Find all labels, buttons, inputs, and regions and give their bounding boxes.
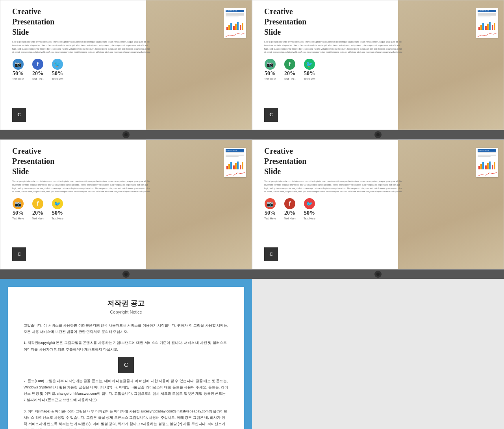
connector-circle-3 bbox=[122, 271, 130, 278]
slide-3-social-twitter: 🐦 50% Text Here bbox=[52, 198, 63, 220]
slide-4-twitter-icon: 🐦 bbox=[304, 198, 315, 209]
slide-3-social-instagram: 📷 50% Text Here bbox=[12, 198, 24, 220]
right-empty-panel bbox=[252, 279, 504, 429]
slide-1-logo: C bbox=[12, 108, 26, 122]
slide-1-twitter-label: Text Here bbox=[52, 78, 63, 80]
copyright-title-kr: 저작권 공고 bbox=[24, 299, 228, 308]
svg-rect-14 bbox=[492, 25, 493, 30]
slide-1-social-twitter: 🐦 50% Text Here bbox=[52, 59, 63, 80]
slide-2-social-instagram: 📷 50% Text Here bbox=[264, 59, 276, 80]
svg-rect-16 bbox=[226, 166, 228, 169]
slide-3-title: CreativePresentationSlide bbox=[12, 146, 150, 176]
slide-3-twitter-label: Text Here bbox=[52, 217, 63, 220]
svg-rect-1 bbox=[228, 25, 230, 30]
slide-4-doc-bar: SAMANT BLACK bbox=[478, 149, 496, 152]
slide-3-content: CreativePresentationSlide Sed ut perspic… bbox=[12, 146, 150, 220]
connector-circle-4 bbox=[374, 271, 382, 278]
slide-1-social-row: 📷 50% Text Here f 20% Text Here 🐦 50% Te… bbox=[12, 59, 150, 80]
slide-4-social-twitter: 🐦 50% Text Here bbox=[304, 198, 315, 220]
svg-rect-10 bbox=[482, 23, 484, 30]
slide-1-doc-bar: SAMANT BLACK bbox=[226, 10, 244, 12]
copyright-paragraph1: 고맙습니다. 이 서비스를 사용하면 여러분은 대한민국 사용자로서 서비스를 … bbox=[24, 322, 228, 335]
svg-rect-0 bbox=[226, 27, 228, 30]
svg-rect-15 bbox=[494, 23, 495, 30]
copyright-panel-left: 저작권 공고 Copyright Notice 고맙습니다. 이 서비스를 사용… bbox=[0, 279, 252, 429]
slide-2-logo: C bbox=[264, 108, 278, 122]
slide-4-instagram-label: Text Here bbox=[264, 217, 276, 220]
svg-rect-21 bbox=[237, 162, 239, 169]
svg-rect-7 bbox=[242, 23, 243, 30]
slide-1-body: Sed ut perspiciatis unde omnis iste natu… bbox=[12, 40, 150, 54]
slide-1-social-facebook: f 20% Text Here bbox=[32, 59, 44, 80]
svg-rect-11 bbox=[485, 26, 487, 30]
slide-1: SAMANT BLACK bbox=[0, 0, 252, 130]
slide-4-social-instagram: 📷 50% Text Here bbox=[264, 198, 276, 220]
svg-rect-17 bbox=[228, 164, 230, 169]
slide-4-social-row: 📷 50% Text Here f 20% Text Here 🐦 50% Te… bbox=[264, 198, 402, 220]
slide-2-twitter-percent: 50% bbox=[304, 71, 315, 77]
slide-3-instagram-label: Text Here bbox=[12, 217, 24, 220]
connector-inner-1 bbox=[124, 133, 128, 136]
connector-inner-3 bbox=[124, 273, 128, 276]
slide-4-social-facebook: f 20% Text Here bbox=[284, 198, 296, 220]
connector-circle-1 bbox=[122, 131, 130, 138]
slide-1-content: CreativePresentationSlide Sed ut perspic… bbox=[12, 6, 150, 80]
slide-3-instagram-icon: 📷 bbox=[13, 198, 24, 209]
slide-4: SAMANT BLACK Creati bbox=[252, 139, 504, 269]
svg-rect-24 bbox=[478, 166, 480, 169]
svg-rect-19 bbox=[233, 165, 235, 169]
slide-4-facebook-icon: f bbox=[284, 198, 295, 209]
slide-1-social-instagram: 📷 50% Text Here bbox=[12, 59, 24, 80]
slide-2-mini-doc: SAMANT BLACK bbox=[476, 8, 498, 38]
slide-2-twitter-label: Text Here bbox=[304, 78, 315, 80]
slide-1-facebook-percent: 20% bbox=[32, 71, 43, 77]
copyright-logo-letter: C bbox=[124, 362, 128, 368]
slide-2-body: Sed ut perspiciatis unde omnis iste natu… bbox=[264, 40, 402, 54]
slide-4-logo: C bbox=[264, 247, 278, 261]
slide-2-social-facebook: f 20% Text Here bbox=[284, 59, 296, 80]
slide-2-twitter-icon: 🐦 bbox=[304, 59, 315, 70]
sep-right-1 bbox=[252, 130, 504, 139]
slide-3: SAMANT BLACK Creati bbox=[0, 139, 252, 269]
slide-3-facebook-percent: 20% bbox=[32, 210, 43, 216]
copyright-section2: 7. 폰트(Font) 그림은 내부 디자인에는 글꼴 폰트는, 네이버 나눔글… bbox=[24, 378, 228, 403]
slide-3-social-row: 📷 50% Text Here f 20% Text Here 🐦 50% Te… bbox=[12, 198, 150, 220]
svg-rect-9 bbox=[480, 25, 482, 30]
svg-rect-27 bbox=[485, 165, 487, 169]
svg-rect-8 bbox=[478, 27, 480, 30]
slide-3-twitter-percent: 50% bbox=[52, 210, 63, 216]
slide-1-mini-doc: SAMANT BLACK bbox=[224, 8, 246, 38]
slide-2-instagram-label: Text Here bbox=[264, 78, 276, 80]
copyright-section: 저작권 공고 Copyright Notice 고맙습니다. 이 서비스를 사용… bbox=[0, 279, 504, 429]
slide-4-facebook-percent: 20% bbox=[284, 210, 295, 216]
slide-4-instagram-percent: 50% bbox=[265, 210, 276, 216]
slide-2-social-twitter: 🐦 50% Text Here bbox=[304, 59, 315, 80]
svg-rect-20 bbox=[235, 163, 237, 169]
copyright-title-en: Copyright Notice bbox=[24, 310, 228, 314]
slide-2-facebook-icon: f bbox=[284, 59, 295, 70]
svg-rect-28 bbox=[487, 163, 489, 169]
slide-2-photo: SAMANT BLACK bbox=[398, 0, 504, 130]
slide-4-content: CreativePresentationSlide Sed ut perspic… bbox=[264, 146, 402, 220]
slide-3-photo: SAMANT BLACK bbox=[146, 140, 252, 269]
svg-rect-6 bbox=[240, 25, 241, 30]
svg-rect-4 bbox=[235, 24, 237, 30]
copyright-logo: C bbox=[24, 357, 228, 373]
separator-2 bbox=[0, 269, 504, 279]
slide-3-mini-doc: SAMANT BLACK bbox=[224, 148, 246, 177]
slide-3-logo: C bbox=[12, 247, 26, 261]
slide-2-instagram-percent: 50% bbox=[265, 71, 276, 77]
copyright-section3: 3. 이미지(Image) & 아이콘(Icon) 그림은 내부 디자인에는 이… bbox=[24, 408, 228, 429]
connector-inner-2 bbox=[376, 133, 380, 136]
svg-rect-3 bbox=[233, 26, 235, 30]
slide-2-facebook-percent: 20% bbox=[284, 71, 295, 77]
svg-rect-22 bbox=[240, 165, 241, 169]
slide-2: SAMANT BLACK Creati bbox=[252, 0, 504, 130]
slide-1-instagram-percent: 50% bbox=[13, 71, 24, 77]
slide-2-instagram-icon: 📷 bbox=[265, 59, 276, 70]
connector-inner-4 bbox=[376, 273, 380, 276]
slide-1-photo: SAMANT BLACK bbox=[146, 0, 252, 130]
svg-rect-30 bbox=[492, 165, 493, 169]
svg-rect-5 bbox=[237, 22, 239, 30]
slide-3-facebook-icon: f bbox=[32, 198, 43, 209]
